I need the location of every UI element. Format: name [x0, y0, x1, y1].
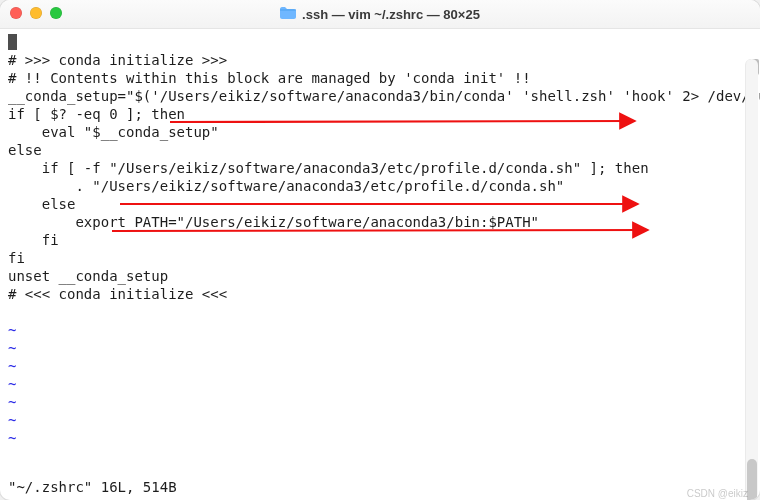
vim-status-line: "~/.zshrc" 16L, 514B	[8, 479, 177, 495]
vim-tilde: ~	[8, 394, 16, 410]
vim-tilde: ~	[8, 376, 16, 392]
terminal-content[interactable]: # >>> conda initialize >>> # !! Contents…	[0, 29, 760, 500]
code-line: fi	[8, 232, 59, 248]
window-title-text: .ssh — vim ~/.zshrc — 80×25	[302, 7, 480, 22]
close-button[interactable]	[10, 7, 22, 19]
scrollbar-thumb[interactable]	[747, 459, 757, 500]
code-line: __conda_setup="$('/Users/eikiz/software/…	[8, 88, 760, 104]
cursor	[8, 34, 17, 50]
code-line: if [ -f "/Users/eikiz/software/anaconda3…	[8, 160, 649, 176]
editor-area[interactable]: # >>> conda initialize >>> # !! Contents…	[0, 29, 760, 447]
vim-tilde: ~	[8, 430, 16, 446]
folder-icon	[280, 7, 296, 22]
vim-tilde: ~	[8, 412, 16, 428]
code-line: fi	[8, 250, 25, 266]
code-line: # <<< conda initialize <<<	[8, 286, 227, 302]
title-bar[interactable]: .ssh — vim ~/.zshrc — 80×25	[0, 0, 760, 29]
traffic-lights	[10, 7, 62, 19]
code-line: eval "$__conda_setup"	[8, 124, 219, 140]
code-line: # >>> conda initialize >>>	[8, 52, 227, 68]
code-line: export PATH="/Users/eikiz/software/anaco…	[8, 214, 539, 230]
zoom-button[interactable]	[50, 7, 62, 19]
code-line: unset __conda_setup	[8, 268, 168, 284]
window-title: .ssh — vim ~/.zshrc — 80×25	[280, 7, 480, 22]
minimize-button[interactable]	[30, 7, 42, 19]
code-line: else	[8, 196, 75, 212]
code-line: if [ $? -eq 0 ]; then	[8, 106, 185, 122]
vim-tilde: ~	[8, 340, 16, 356]
code-line: else	[8, 142, 42, 158]
scrollbar-track[interactable]	[745, 59, 758, 499]
vim-tilde: ~	[8, 322, 16, 338]
code-line: . "/Users/eikiz/software/anaconda3/etc/p…	[8, 178, 564, 194]
vim-tilde: ~	[8, 358, 16, 374]
watermark: CSDN @eikiz	[687, 488, 748, 499]
terminal-window: .ssh — vim ~/.zshrc — 80×25 # >>> conda …	[0, 0, 760, 500]
code-line: # !! Contents within this block are mana…	[8, 70, 531, 86]
